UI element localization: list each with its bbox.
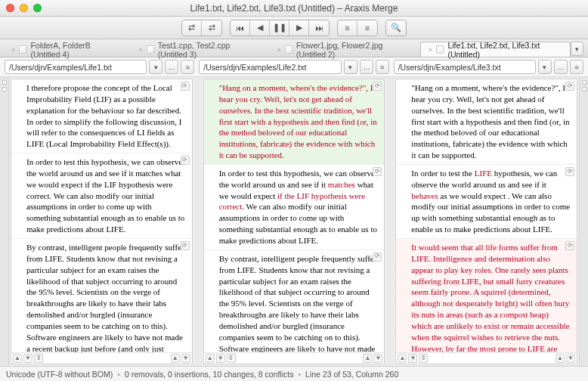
- gutter-marker[interactable]: [2, 80, 7, 85]
- merge-link-icon[interactable]: ⟳: [565, 82, 574, 91]
- window-titlebar: Life1.txt, Life2.txt, Life3.txt (Untitle…: [0, 0, 588, 17]
- chevron-down-icon: ▾: [575, 45, 579, 53]
- chevron-down-icon: ▾: [543, 64, 546, 71]
- para-center-1[interactable]: "Hang on a moment, where's the evidence?…: [204, 79, 385, 165]
- gutter-right-outer: [579, 77, 588, 366]
- pane-center: "Hang on a moment, where's the evidence?…: [203, 79, 385, 364]
- scroll-controls-center: ▲ ▼ ⇕ ▲ ▼: [204, 352, 385, 364]
- gutter-marker[interactable]: [582, 80, 586, 85]
- pane-wrap: I therefore propose the concept of the L…: [9, 77, 579, 366]
- ellipsis-icon: …: [169, 64, 175, 71]
- scroll-down-button[interactable]: ▼: [408, 354, 417, 363]
- path-dropdown-left[interactable]: ▾: [149, 60, 162, 74]
- pane-divider-2[interactable]: [386, 77, 394, 366]
- close-icon[interactable]: ×: [11, 46, 15, 54]
- first-diff-button[interactable]: ⏮: [231, 20, 250, 36]
- status-summary: 0 removals, 0 insertions, 10 changes, 8 …: [125, 370, 294, 379]
- scroll-down-button[interactable]: ▼: [181, 354, 190, 363]
- close-icon[interactable]: ×: [277, 46, 281, 54]
- first-icon: ⏮: [236, 23, 244, 33]
- scroll-up-button[interactable]: ▲: [363, 354, 372, 363]
- path-browse-center[interactable]: …: [360, 60, 373, 74]
- close-icon[interactable]: ×: [429, 46, 432, 54]
- pane-divider-1[interactable]: [194, 77, 202, 366]
- tab-flower1[interactable]: × Flower1.jpg, Flower2.jpg (Untitled 2): [269, 42, 420, 57]
- tab-test1[interactable]: × Test1.cpp, Test2.cpp (Untitled 3): [130, 42, 268, 57]
- toolbar-group-nav: ⏮ ◀ ❚❚ ▶ ⏭: [230, 20, 330, 36]
- pane-center-body[interactable]: "Hang on a moment, where's the evidence?…: [204, 79, 385, 352]
- scroll-up-button[interactable]: ▲: [206, 354, 215, 363]
- path-doc-left[interactable]: ≡: [181, 60, 194, 74]
- merge-link-icon[interactable]: ⟳: [181, 82, 190, 91]
- scroll-down-button[interactable]: ▼: [216, 354, 225, 363]
- tab-overflow-button[interactable]: ▾: [571, 42, 583, 56]
- para-right-3[interactable]: It would seem that all life forms suffer…: [396, 239, 577, 352]
- para-left-3[interactable]: By contrast, intelligent people frequent…: [11, 239, 192, 352]
- scroll-sync-button[interactable]: ⇕: [34, 354, 43, 363]
- merge-link-icon[interactable]: ⟳: [373, 82, 382, 91]
- path-doc-right[interactable]: ≡: [570, 60, 583, 74]
- merge-link-icon[interactable]: ⟳: [373, 167, 382, 176]
- path-input-right[interactable]: /Users/djn/Examples/Life3.txt: [394, 60, 536, 74]
- scroll-up-button[interactable]: ▲: [556, 354, 565, 363]
- diff-highlight: LIFE: [475, 169, 492, 178]
- tab-label: FolderA, FolderB (Untitled 4): [30, 41, 122, 59]
- doc-icon: ≡: [365, 23, 370, 33]
- pause-button[interactable]: ❚❚: [270, 20, 289, 36]
- tab-foldera[interactable]: × FolderA, FolderB (Untitled 4): [3, 42, 130, 57]
- para-right-1[interactable]: "Hang on a moment, where's the evidence?…: [396, 79, 577, 165]
- para-left-1[interactable]: I therefore propose the concept of the L…: [11, 79, 192, 153]
- swap-right-button[interactable]: ⇄: [202, 20, 221, 36]
- para-left-2[interactable]: In order to test this hypothesis, we can…: [11, 153, 192, 239]
- ellipsis-icon: …: [557, 64, 564, 71]
- diff-highlight: matches: [328, 180, 355, 189]
- close-icon[interactable]: ×: [138, 46, 142, 54]
- gutter-marker[interactable]: [582, 87, 586, 91]
- scroll-up-button[interactable]: ▲: [398, 354, 407, 363]
- pane-right-body[interactable]: "Hang on a moment, where's the evidence?…: [396, 79, 577, 352]
- scroll-down-button[interactable]: ▼: [566, 354, 575, 363]
- prev-diff-button[interactable]: ◀: [250, 20, 270, 36]
- para-text: I therefore propose the concept of the L…: [26, 83, 181, 148]
- merge-link-icon[interactable]: ⟳: [565, 167, 574, 176]
- scroll-up-button[interactable]: ▲: [171, 354, 180, 363]
- toolbar-group-layout: ≡ ≡: [337, 20, 378, 36]
- scroll-controls-left: ▲ ▼ ⇕ ▲ ▼: [11, 352, 192, 364]
- swap-icon: ⇄: [209, 23, 215, 33]
- doc-icon: ≡: [186, 64, 190, 71]
- merge-link-icon[interactable]: ⟳: [373, 252, 382, 262]
- path-input-center[interactable]: /Users/djn/Examples/Life2.txt: [199, 60, 341, 74]
- chevron-down-icon: ▾: [348, 64, 352, 71]
- scroll-sync-button[interactable]: ⇕: [227, 354, 236, 363]
- last-diff-button[interactable]: ⏭: [309, 20, 329, 36]
- merge-link-icon[interactable]: ⟳: [565, 241, 574, 250]
- layout-button-a[interactable]: ≡: [338, 20, 357, 36]
- swap-left-button[interactable]: ⇄: [182, 20, 202, 36]
- gutter-marker[interactable]: [2, 87, 7, 91]
- para-center-2[interactable]: In order to test this hypothesis, we can…: [204, 165, 385, 250]
- toolbar-group-swap: ⇄ ⇄: [181, 20, 222, 36]
- path-input-left[interactable]: /Users/djn/Examples/Life1.txt: [5, 60, 147, 74]
- para-center-3[interactable]: By contrast, intelligent people frequent…: [204, 250, 385, 352]
- tab-life[interactable]: × Life1.txt, Life2.txt, Life3.txt (Untit…: [420, 42, 571, 57]
- pane-left-body[interactable]: I therefore propose the concept of the L…: [11, 79, 192, 352]
- path-browse-right[interactable]: …: [554, 60, 568, 74]
- search-button[interactable]: 🔍: [386, 20, 406, 36]
- path-browse-left[interactable]: …: [165, 60, 178, 74]
- merge-link-icon[interactable]: ⟳: [181, 156, 190, 165]
- scroll-down-button[interactable]: ▼: [373, 354, 382, 363]
- tab-label: Life1.txt, Life2.txt, Life3.txt (Untitle…: [447, 41, 562, 59]
- path-doc-center[interactable]: ≡: [376, 60, 389, 74]
- path-dropdown-right[interactable]: ▾: [538, 60, 552, 74]
- layout-button-b[interactable]: ≡: [357, 20, 377, 36]
- para-right-2[interactable]: In order to test the LIFE hypothesis, we…: [396, 165, 577, 239]
- pane-left: I therefore propose the concept of the L…: [11, 79, 193, 364]
- scroll-up-button[interactable]: ▲: [13, 354, 22, 363]
- next-diff-button[interactable]: ▶: [289, 20, 309, 36]
- window-title: Life1.txt, Life2.txt, Life3.txt (Untitle…: [0, 3, 588, 14]
- merge-link-icon[interactable]: ⟳: [181, 241, 190, 250]
- scroll-sync-button[interactable]: ⇕: [419, 354, 428, 363]
- scroll-down-button[interactable]: ▼: [23, 354, 32, 363]
- path-dropdown-center[interactable]: ▾: [344, 60, 357, 74]
- pause-icon: ❚❚: [273, 23, 286, 33]
